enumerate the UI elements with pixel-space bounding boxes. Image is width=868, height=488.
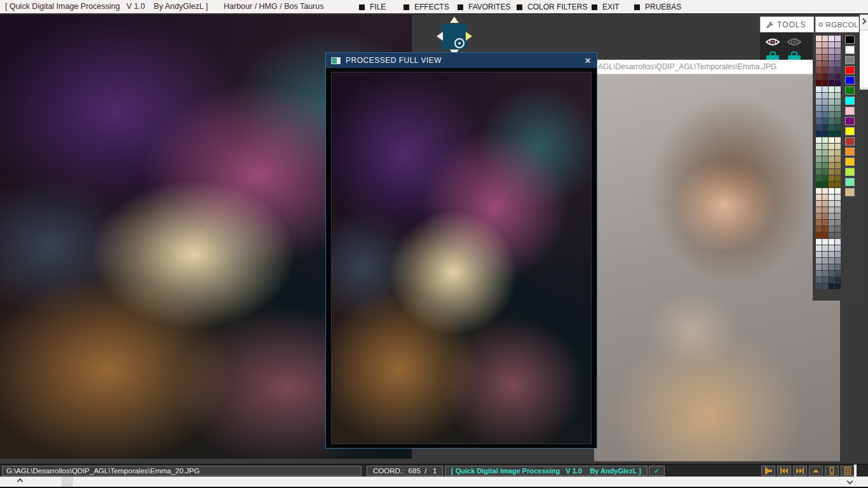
palette-large-swatch[interactable] <box>845 168 855 176</box>
palette-swatch[interactable] <box>816 74 822 79</box>
palette-swatch[interactable] <box>816 226 822 232</box>
menu-item-effects[interactable]: EFFECTS <box>403 3 449 11</box>
palette-swatch[interactable] <box>816 99 822 105</box>
horizontal-scrollbar-thumb[interactable] <box>62 477 73 487</box>
palette-swatch[interactable] <box>816 36 822 41</box>
palette-swatch[interactable] <box>829 36 834 41</box>
palette-large-swatch[interactable] <box>845 178 855 186</box>
palette-swatch[interactable] <box>822 194 828 200</box>
palette-large-swatch[interactable] <box>845 76 855 85</box>
palette-swatch[interactable] <box>835 55 841 60</box>
palette-swatch[interactable] <box>816 283 822 289</box>
palette-swatch[interactable] <box>822 36 828 41</box>
pan-up-icon[interactable] <box>450 17 459 23</box>
palette-swatch[interactable] <box>829 112 834 118</box>
palette-swatch[interactable] <box>829 252 834 257</box>
palette-swatch[interactable] <box>835 99 841 105</box>
palette-swatch[interactable] <box>816 258 822 264</box>
palette-swatch[interactable] <box>822 99 828 105</box>
scroll-right-icon[interactable] <box>847 478 853 485</box>
pan-control[interactable] <box>437 17 472 56</box>
palette-swatch[interactable] <box>822 48 828 54</box>
palette-swatch[interactable] <box>835 175 841 181</box>
dialog-titlebar[interactable]: PROCESSED FULL VIEW ✕ <box>326 53 597 68</box>
palette-swatch[interactable] <box>816 214 822 219</box>
palette-swatch[interactable] <box>822 258 828 264</box>
palette-swatch[interactable] <box>835 271 841 276</box>
palette-swatch[interactable] <box>822 214 828 219</box>
palette-swatch[interactable] <box>835 252 841 257</box>
palette-swatch[interactable] <box>822 144 828 149</box>
status-button-skip-last[interactable] <box>793 466 807 476</box>
status-check-toggle[interactable]: ✓ <box>649 466 665 476</box>
palette-swatch[interactable] <box>816 137 822 143</box>
palette-swatch[interactable] <box>829 125 834 130</box>
palette-swatch[interactable] <box>829 48 834 54</box>
palette-large-swatch[interactable] <box>845 66 855 74</box>
palette-swatch[interactable] <box>822 201 828 207</box>
pan-center-target-icon[interactable] <box>454 38 465 48</box>
menu-item-color-filters[interactable]: COLOR FILTERS <box>517 3 587 11</box>
palette-swatch[interactable] <box>829 220 834 226</box>
palette-swatch[interactable] <box>816 112 822 118</box>
palette-swatch[interactable] <box>816 105 822 111</box>
palette-swatch[interactable] <box>822 67 828 73</box>
palette-swatch[interactable] <box>835 61 841 67</box>
palette-swatch[interactable] <box>829 245 834 251</box>
palette-large-swatch[interactable] <box>845 86 855 95</box>
palette-swatch[interactable] <box>829 99 834 105</box>
palette-swatch[interactable] <box>829 226 834 232</box>
palette-swatch[interactable] <box>822 207 828 213</box>
palette-swatch[interactable] <box>822 156 828 162</box>
palette-swatch[interactable] <box>829 144 834 149</box>
palette-swatch[interactable] <box>816 264 822 270</box>
palette-swatch[interactable] <box>829 271 834 276</box>
palette-swatch[interactable] <box>829 239 834 245</box>
palette-swatch[interactable] <box>816 220 822 226</box>
palette-swatch[interactable] <box>816 61 822 67</box>
palette-swatch[interactable] <box>822 220 828 226</box>
status-button-speaker[interactable] <box>761 466 775 476</box>
palette-swatch[interactable] <box>829 150 834 156</box>
palette-large-swatch[interactable] <box>845 46 855 54</box>
palette-swatch[interactable] <box>816 131 822 137</box>
palette-swatch[interactable] <box>835 112 841 118</box>
palette-swatch[interactable] <box>829 194 834 200</box>
palette-swatch[interactable] <box>822 105 828 111</box>
palette-large-swatch[interactable] <box>845 97 855 105</box>
palette-swatch[interactable] <box>835 86 841 92</box>
palette-swatch[interactable] <box>829 182 834 187</box>
palette-large-swatch[interactable] <box>845 107 855 115</box>
palette-swatch[interactable] <box>822 182 828 187</box>
pan-pad-square[interactable] <box>442 24 467 49</box>
palette-swatch[interactable] <box>822 125 828 130</box>
status-button-log[interactable] <box>841 466 855 476</box>
palette-swatch[interactable] <box>816 67 822 73</box>
palette-swatch[interactable] <box>822 42 828 48</box>
palette-swatch[interactable] <box>835 137 841 143</box>
scroll-up-icon[interactable] <box>860 18 867 25</box>
palette-swatch[interactable] <box>835 169 841 175</box>
palette-swatch[interactable] <box>816 55 822 60</box>
palette-swatch[interactable] <box>816 175 822 181</box>
palette-swatch[interactable] <box>816 233 822 238</box>
palette-swatch[interactable] <box>822 112 828 118</box>
palette-swatch[interactable] <box>829 163 834 168</box>
vertical-scrollbar-thumb[interactable] <box>860 30 868 88</box>
palette-swatch[interactable] <box>835 283 841 289</box>
palette-large-swatch[interactable] <box>845 36 855 44</box>
palette-swatch[interactable] <box>829 188 834 194</box>
palette-swatch[interactable] <box>829 131 834 137</box>
palette-swatch[interactable] <box>822 163 828 168</box>
palette-swatch[interactable] <box>822 283 828 289</box>
pan-right-icon[interactable] <box>466 32 472 41</box>
palette-swatch[interactable] <box>822 137 828 143</box>
palette-swatch[interactable] <box>816 118 822 124</box>
palette-large-swatch[interactable] <box>845 127 855 135</box>
palette-swatch[interactable] <box>829 233 834 238</box>
palette-swatch[interactable] <box>816 125 822 130</box>
palette-swatch[interactable] <box>816 163 822 168</box>
vertical-scrollbar[interactable] <box>860 15 868 90</box>
palette-swatch[interactable] <box>816 169 822 175</box>
palette-swatch[interactable] <box>816 239 822 245</box>
